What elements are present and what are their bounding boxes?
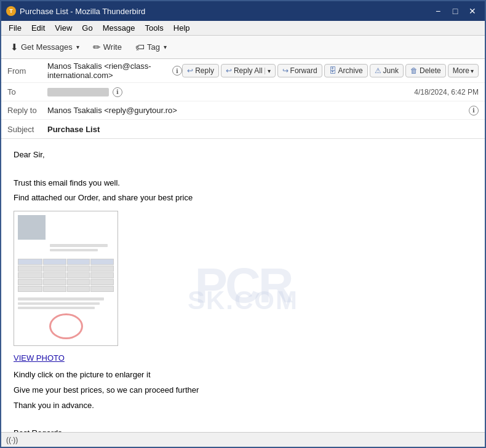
menu-help[interactable]: Help [169,22,195,34]
delete-icon: 🗑 [410,66,418,75]
forward-button[interactable]: ↪ Forward [277,64,322,77]
to-redacted [47,88,109,96]
app-icon: T [6,6,16,16]
reply-all-caret[interactable]: ▾ [265,68,271,74]
close-button[interactable]: ✕ [465,5,480,17]
forward-icon: ↪ [282,66,289,75]
menu-message[interactable]: Message [98,22,140,34]
subject-value: Purchase List [47,125,479,134]
connection-icon: ((·)) [6,436,18,444]
tag-icon: 🏷 [135,42,145,52]
to-label: To [7,87,47,96]
greeting: Dear Sir, [14,149,472,162]
get-messages-caret: ▾ [76,44,79,50]
menu-edit[interactable]: Edit [26,22,50,34]
junk-icon: ⚠ [375,66,381,75]
doc-table [18,259,114,292]
write-button[interactable]: ✏ Write [87,39,127,56]
tag-caret: ▾ [164,44,167,50]
email-body-content: Dear Sir, Trust this email finds you wel… [14,149,472,432]
window-title: Purchase List - Mozilla Thunderbird [20,7,145,16]
reply-to-label: Reply to [7,106,47,115]
reply-button[interactable]: ↩ Reply [182,64,219,77]
reply-icon: ↩ [187,66,193,75]
menu-view[interactable]: View [50,22,77,34]
delete-button[interactable]: 🗑 Delete [405,64,446,77]
subject-row: Subject Purchase List [1,120,485,138]
title-bar-left: T Purchase List - Mozilla Thunderbird [6,6,145,16]
from-value: Manos Tsakalis <rien@class-international… [47,61,169,80]
from-label: From [7,66,47,76]
action-buttons: ↩ Reply ↩ Reply All ▾ ↪ Forward 🗄 Arc [182,64,479,77]
regards: Best Regards, [14,427,472,432]
document-mock [14,211,118,345]
body-line2: Find attached our Order, and share your … [14,192,472,205]
junk-button[interactable]: ⚠ Junk [370,64,404,77]
doc-image-left [18,215,46,240]
to-row-left: ℹ [47,87,122,97]
reply-to-value: Manos Tsakalis <reply@gurytour.ro> [47,106,465,115]
reply-all-icon: ↩ [226,66,232,75]
reply-to-row: Reply to Manos Tsakalis <reply@gurytour.… [1,101,485,120]
to-info-icon[interactable]: ℹ [113,87,122,97]
menu-file[interactable]: File [4,22,26,34]
minimize-button[interactable]: − [431,5,445,17]
get-messages-button[interactable]: ⬇ Get Messages ▾ [5,39,85,56]
body-line1: Trust this email finds you well. [14,177,472,190]
menu-go[interactable]: Go [77,22,97,34]
email-timestamp: 4/18/2024, 6:42 PM [414,88,479,96]
menu-tools[interactable]: Tools [140,22,168,34]
write-icon: ✏ [93,42,101,53]
archive-button[interactable]: 🗄 Archive [324,64,368,77]
tag-button[interactable]: 🏷 Tag ▾ [130,39,172,55]
window-controls: − □ ✕ [431,5,480,17]
more-caret: ▾ [471,68,474,74]
from-info-icon[interactable]: ℹ [172,66,182,76]
menu-bar: File Edit View Go Message Tools Help [1,21,485,36]
doc-stamp [49,313,83,339]
more-button[interactable]: More ▾ [448,64,479,77]
view-photo-link[interactable]: VIEW PHOTO [14,352,472,365]
view-photo-note: Kindly click on the picture to enlarger … [14,369,472,382]
toolbar: ⬇ Get Messages ▾ ✏ Write 🏷 Tag ▾ [1,36,485,59]
archive-icon: 🗄 [329,66,337,75]
attachment-image[interactable] [14,211,118,346]
email-header: From Manos Tsakalis <rien@class-internat… [1,59,485,139]
body-line3: Give me your best prices, so we can proc… [14,384,472,397]
email-body: PCR SK.COM Dear Sir, Trust this email fi… [1,139,485,432]
reply-all-button[interactable]: ↩ Reply All ▾ [221,64,276,77]
body-line4: Thank you in advance. [14,399,472,412]
status-bar: ((·)) [1,432,485,447]
get-messages-icon: ⬇ [10,42,18,53]
to-row: To ℹ 4/18/2024, 6:42 PM [1,83,485,101]
maximize-button[interactable]: □ [448,5,463,17]
from-row: From Manos Tsakalis <rien@class-internat… [1,59,485,83]
subject-label: Subject [7,125,47,134]
main-window: T Purchase List - Mozilla Thunderbird − … [0,0,486,448]
title-bar: T Purchase List - Mozilla Thunderbird − … [1,1,485,21]
reply-to-info-icon[interactable]: ℹ [469,106,479,116]
from-row-left: Manos Tsakalis <rien@class-international… [47,61,182,80]
